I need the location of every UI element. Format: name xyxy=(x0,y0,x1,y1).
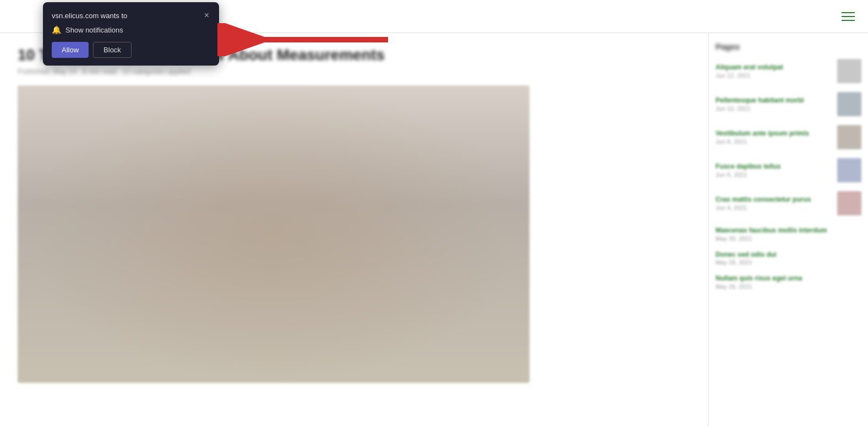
permission-popup: vsn.elicus.com wants to × 🔔 Show notific… xyxy=(43,2,219,66)
sidebar-link-7[interactable]: Donec sed odio dui xyxy=(716,251,861,260)
bell-icon: 🔔 xyxy=(52,25,61,34)
main-content: 10 Things You Should Know About Measurem… xyxy=(0,33,868,427)
list-item: Pellentesque habitant morbi Jun 10, 2021 xyxy=(716,92,861,116)
sidebar-thumb-3 xyxy=(837,125,861,149)
sidebar-sub-8: May 26, 2021 xyxy=(716,283,861,290)
list-item: Fusce dapibus tellus Jun 6, 2021 xyxy=(716,158,861,182)
sidebar-link-2[interactable]: Pellentesque habitant morbi xyxy=(716,96,832,105)
sidebar-link-1[interactable]: Aliquam erat volutpat xyxy=(716,63,832,72)
sidebar-sub-4: Jun 6, 2021 xyxy=(716,171,832,178)
list-item: Aliquam erat volutpat Jun 12, 2021 xyxy=(716,59,861,83)
sidebar-sub-3: Jun 8, 2021 xyxy=(716,138,832,145)
list-item: Donec sed odio dui May 28, 2021 xyxy=(716,251,861,266)
sidebar-title: Pages xyxy=(716,42,861,51)
list-item: Nullam quis risus eget urna May 26, 2021 xyxy=(716,274,861,290)
sidebar-sub-7: May 28, 2021 xyxy=(716,259,861,266)
list-item: Maecenas faucibus mollis interdum May 30… xyxy=(716,226,861,242)
hamburger-menu-button[interactable] xyxy=(842,12,855,21)
article-image xyxy=(18,85,529,383)
block-button[interactable]: Block xyxy=(93,42,132,58)
popup-buttons: Allow Block xyxy=(52,42,210,58)
sidebar-sub-6: May 30, 2021 xyxy=(716,235,861,242)
sidebar-link-5[interactable]: Cras mattis consectetur purus xyxy=(716,196,832,204)
popup-title: vsn.elicus.com wants to xyxy=(52,12,127,20)
article-section: 10 Things You Should Know About Measurem… xyxy=(0,33,708,427)
sidebar-sub-5: Jun 4, 2021 xyxy=(716,204,832,211)
sidebar-sub-2: Jun 10, 2021 xyxy=(716,105,832,112)
list-item: Cras mattis consectetur purus Jun 4, 202… xyxy=(716,191,861,215)
sidebar-link-3[interactable]: Vestibulum ante ipsum primis xyxy=(716,129,832,138)
list-item: Vestibulum ante ipsum primis Jun 8, 2021 xyxy=(716,125,861,149)
popup-permission-row: 🔔 Show notifications xyxy=(52,25,210,34)
allow-button[interactable]: Allow xyxy=(52,42,89,58)
sidebar-link-6[interactable]: Maecenas faucibus mollis interdum xyxy=(716,226,861,235)
sidebar-thumb-4 xyxy=(837,158,861,182)
sidebar-thumb-2 xyxy=(837,92,861,116)
sidebar-link-8[interactable]: Nullam quis risus eget urna xyxy=(716,274,861,283)
sidebar: Pages Aliquam erat volutpat Jun 12, 2021… xyxy=(708,33,868,427)
popup-close-button[interactable]: × xyxy=(203,11,210,20)
popup-header: vsn.elicus.com wants to × xyxy=(52,11,210,20)
article-meta: Published: May 14 · 8 min read · 12 cate… xyxy=(18,67,691,75)
permission-label: Show notifications xyxy=(65,26,123,34)
sidebar-sub-1: Jun 12, 2021 xyxy=(716,72,832,79)
sidebar-link-4[interactable]: Fusce dapibus tellus xyxy=(716,163,832,171)
sidebar-thumb-1 xyxy=(837,59,861,83)
sidebar-thumb-5 xyxy=(837,191,861,215)
